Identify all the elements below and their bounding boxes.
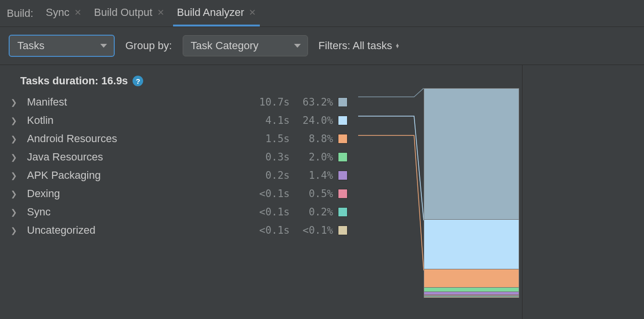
task-percent: 1.4%: [295, 170, 333, 181]
chart-segment[interactable]: [424, 89, 519, 219]
task-time: <0.1s: [246, 206, 290, 218]
chevron-right-icon[interactable]: ❯: [11, 134, 22, 144]
duration-prefix: Tasks duration:: [20, 75, 101, 87]
connector-line: [358, 88, 424, 97]
task-percent: <0.1%: [295, 225, 333, 236]
chevron-right-icon[interactable]: ❯: [11, 189, 22, 199]
dropdown-value: Tasks: [17, 40, 44, 52]
task-percent: 24.0%: [295, 115, 333, 126]
task-name: APK Packaging: [27, 169, 242, 182]
duration-value: 16.9s: [101, 75, 128, 87]
task-percent: 8.8%: [295, 133, 333, 145]
tasks-panel: Tasks duration: 16.9s ? ❯Manifest10.7s63…: [0, 65, 523, 319]
color-swatch: [338, 171, 348, 180]
connector-line: [358, 116, 424, 220]
task-time: 10.7s: [246, 96, 290, 108]
view-dropdown[interactable]: Tasks: [9, 35, 115, 57]
chevron-right-icon[interactable]: ❯: [11, 226, 22, 235]
details-panel: [523, 65, 644, 319]
chart-segment[interactable]: [424, 219, 519, 269]
chart-area: [358, 88, 522, 300]
task-name: Sync: [27, 206, 242, 218]
build-tabstrip: Build: Sync ✕ Build Output ✕ Build Analy…: [0, 0, 644, 27]
filter-bar: Tasks Group by: Task Category Filters: A…: [0, 27, 644, 65]
filters-label: Filters: All tasks: [319, 40, 392, 52]
color-swatch: [338, 134, 348, 144]
chart-segment[interactable]: [424, 269, 519, 287]
tasks-duration-label: Tasks duration: 16.9s: [20, 75, 128, 87]
task-percent: 0.5%: [295, 188, 333, 199]
color-swatch: [338, 226, 348, 235]
stacked-bar-chart: [424, 88, 519, 298]
groupby-dropdown[interactable]: Task Category: [183, 35, 308, 56]
task-percent: 63.2%: [295, 96, 333, 108]
task-time: 0.2s: [246, 170, 290, 181]
sort-icon: ▲▼: [395, 44, 400, 48]
task-time: <0.1s: [246, 225, 290, 236]
chevron-right-icon[interactable]: ❯: [11, 153, 22, 162]
color-swatch: [338, 116, 348, 125]
task-time: 0.3s: [246, 151, 290, 163]
chevron-down-icon: [294, 44, 301, 48]
chevron-right-icon[interactable]: ❯: [11, 208, 22, 217]
task-name: Manifest: [27, 96, 242, 108]
filters-dropdown[interactable]: Filters: All tasks ▲▼: [319, 40, 400, 52]
task-name: Kotlin: [27, 114, 242, 127]
tab-sync[interactable]: Sync ✕: [42, 0, 85, 27]
task-name: Android Resources: [27, 133, 242, 145]
color-swatch: [338, 207, 348, 217]
build-label: Build:: [7, 7, 33, 20]
tab-build-output[interactable]: Build Output ✕: [90, 0, 168, 27]
tab-label: Build Analyzer: [177, 6, 244, 19]
connector-line: [358, 135, 424, 271]
color-swatch: [338, 97, 348, 107]
task-time: 1.5s: [246, 133, 290, 145]
close-icon[interactable]: ✕: [157, 7, 164, 18]
help-icon[interactable]: ?: [133, 76, 143, 86]
task-percent: 0.2%: [295, 206, 333, 218]
close-icon[interactable]: ✕: [74, 7, 81, 18]
color-swatch: [338, 152, 348, 162]
task-percent: 2.0%: [295, 151, 333, 163]
task-name: Dexing: [27, 187, 242, 200]
chart-segment[interactable]: [424, 287, 519, 292]
dropdown-value: Task Category: [191, 40, 259, 52]
tab-label: Build Output: [94, 6, 152, 19]
task-name: Java Resources: [27, 151, 242, 163]
main-panel: Tasks duration: 16.9s ? ❯Manifest10.7s63…: [0, 65, 644, 319]
tab-label: Sync: [46, 6, 69, 19]
chevron-right-icon[interactable]: ❯: [11, 116, 22, 125]
chevron-down-icon: [100, 44, 107, 48]
task-time: 4.1s: [246, 115, 290, 126]
groupby-label: Group by:: [125, 40, 172, 52]
chart-segment[interactable]: [424, 296, 519, 297]
task-name: Uncategorized: [27, 224, 242, 237]
chevron-right-icon[interactable]: ❯: [11, 171, 22, 180]
task-time: <0.1s: [246, 188, 290, 199]
tab-build-analyzer[interactable]: Build Analyzer ✕: [173, 0, 260, 27]
close-icon[interactable]: ✕: [249, 7, 256, 18]
chevron-right-icon[interactable]: ❯: [11, 98, 22, 107]
color-swatch: [338, 189, 348, 199]
